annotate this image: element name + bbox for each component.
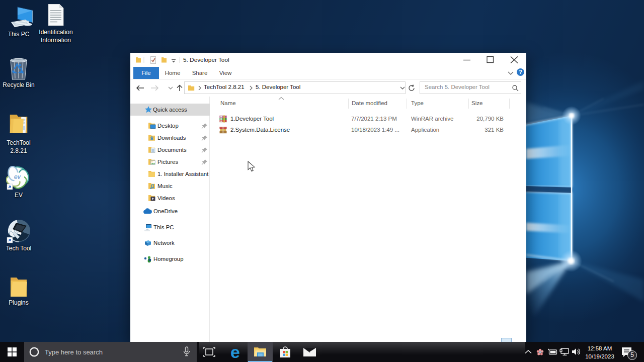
svg-text:ev: ev xyxy=(14,173,21,180)
